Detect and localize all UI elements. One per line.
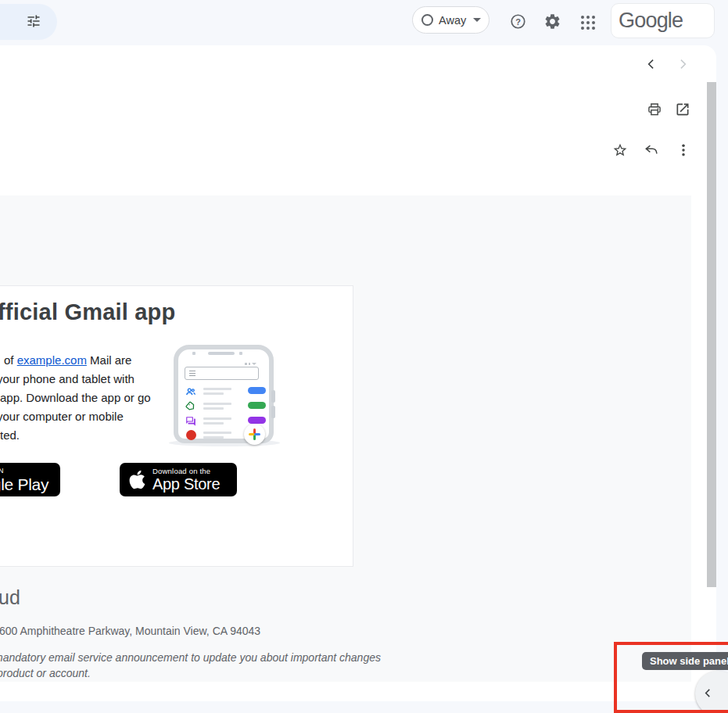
svg-text:?: ?: [515, 16, 521, 26]
placeholder-line: [203, 422, 224, 425]
red-circle-icon: [186, 430, 196, 440]
scrollbar-thumb[interactable]: [707, 82, 716, 587]
purple-pill: [248, 417, 266, 424]
example-link[interactable]: example.com: [17, 353, 87, 367]
away-status-icon: [421, 14, 433, 26]
body-text-fragment: of: [4, 353, 17, 367]
help-button[interactable]: ?: [508, 12, 527, 30]
annotation-box: [614, 642, 728, 713]
placeholder-line: [203, 436, 224, 439]
placeholder-line: [203, 392, 224, 395]
placeholder-line: [203, 403, 231, 405]
chevron-down-icon: [473, 18, 481, 22]
placeholder-line: [203, 432, 231, 434]
body-line: app. Download the app or go: [0, 389, 151, 407]
body-line: your computer or mobile: [0, 407, 151, 426]
phone-speaker: [208, 352, 235, 355]
google-logo-card[interactable]: Google: [611, 3, 715, 38]
phone-search-bar: [185, 367, 259, 380]
phone-side-button: [271, 390, 275, 403]
badge-store-name: Google Play: [0, 475, 48, 493]
apple-icon: [129, 469, 145, 490]
app-store-badge[interactable]: Download on the App Store: [120, 463, 237, 496]
body-text-fragment: Mail are: [87, 353, 132, 367]
placeholder-line: [203, 407, 224, 410]
phone-illustration: [174, 345, 274, 443]
badge-tagline: GET IT ON: [0, 467, 48, 475]
apps-grid-icon: [581, 16, 595, 30]
gmail-window: Away ? Google: [0, 0, 728, 713]
body-line: of example.com Mail are: [0, 351, 151, 370]
star-icon[interactable]: [612, 142, 628, 158]
more-options-icon[interactable]: [676, 142, 691, 158]
app-store-badge-text: Download on the App Store: [152, 467, 220, 493]
sender-address: 600 Amphitheatre Parkway, Mountain View,…: [0, 625, 260, 637]
help-icon: ?: [509, 13, 527, 30]
disclaimer-line: mandatory email service announcement to …: [0, 650, 381, 666]
email-disclaimer: mandatory email service announcement to …: [0, 650, 381, 681]
apps-button[interactable]: [579, 13, 597, 32]
tune-icon[interactable]: [26, 13, 41, 29]
print-icon[interactable]: [647, 102, 662, 117]
sender-brand-fragment: ud: [0, 586, 20, 609]
placeholder-line: [203, 388, 231, 390]
open-in-new-icon[interactable]: [675, 102, 690, 117]
reply-icon[interactable]: [644, 142, 659, 158]
chat-icon: [185, 416, 196, 427]
google-play-badge[interactable]: GET IT ON Google Play: [0, 463, 60, 496]
email-body-text: of example.com Mail are your phone and t…: [0, 351, 151, 445]
google-play-badge-text: GET IT ON Google Play: [0, 467, 48, 493]
search-bar[interactable]: [0, 4, 57, 40]
phone-side-button: [271, 406, 275, 418]
settings-button[interactable]: [543, 12, 561, 30]
google-wordmark: Google: [611, 4, 714, 37]
people-icon: [185, 386, 196, 397]
availability-chip[interactable]: Away: [412, 6, 490, 34]
green-pill: [248, 402, 266, 409]
badge-tagline: Download on the: [152, 467, 220, 475]
badge-store-name: App Store: [152, 475, 220, 493]
body-line: ted.: [0, 426, 151, 445]
gear-icon: [543, 13, 561, 30]
newer-message-icon[interactable]: [644, 56, 659, 72]
phone-status-icons: [245, 363, 256, 365]
phone-camera-dot: [192, 352, 195, 355]
blue-pill: [248, 387, 266, 394]
body-line: your phone and tablet with: [0, 370, 151, 389]
phone-camera-dot: [239, 352, 242, 355]
availability-label: Away: [439, 14, 466, 27]
disclaimer-line: product or account.: [0, 666, 381, 682]
compose-plus-icon: [244, 424, 265, 445]
older-message-icon[interactable]: [675, 56, 690, 72]
placeholder-line: [203, 417, 231, 420]
email-heading: fficial Gmail app: [0, 299, 175, 325]
label-icon: [185, 401, 196, 412]
